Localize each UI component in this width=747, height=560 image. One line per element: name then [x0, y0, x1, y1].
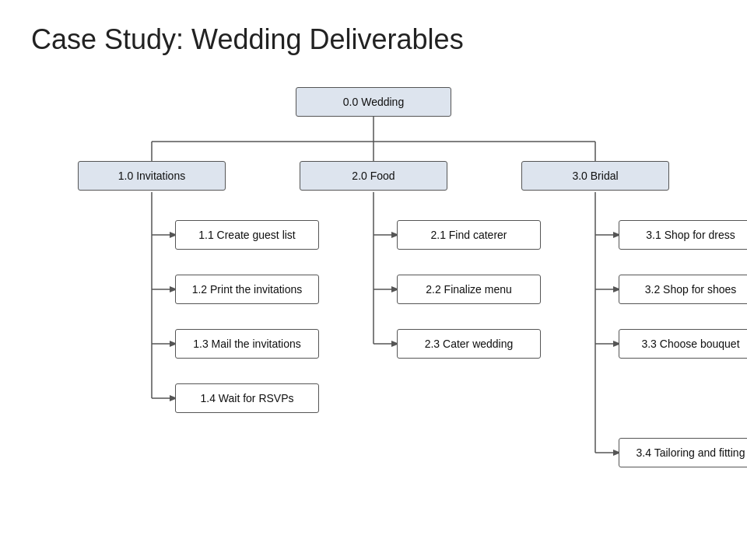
- node-root: 0.0 Wedding: [296, 87, 451, 117]
- node-11: 1.1 Create guest list: [175, 220, 319, 250]
- page: Case Study: Wedding Deliverables: [0, 0, 747, 560]
- diagram: 0.0 Wedding 1.0 Invitations 2.0 Food 3.0…: [31, 72, 716, 507]
- node-bridal: 3.0 Bridal: [521, 161, 669, 191]
- node-22: 2.2 Finalize menu: [397, 275, 541, 304]
- page-title: Case Study: Wedding Deliverables: [31, 23, 716, 56]
- connector-lines: [31, 72, 716, 507]
- node-32: 3.2 Shop for shoes: [619, 275, 747, 304]
- node-23: 2.3 Cater wedding: [397, 329, 541, 359]
- node-inv: 1.0 Invitations: [78, 161, 226, 191]
- node-31: 3.1 Shop for dress: [619, 220, 747, 250]
- node-12: 1.2 Print the invitations: [175, 275, 319, 304]
- node-21: 2.1 Find caterer: [397, 220, 541, 250]
- node-34: 3.4 Tailoring and fitting: [619, 438, 747, 467]
- node-13: 1.3 Mail the invitations: [175, 329, 319, 359]
- node-14: 1.4 Wait for RSVPs: [175, 383, 319, 413]
- node-food: 2.0 Food: [300, 161, 447, 191]
- node-33: 3.3 Choose bouquet: [619, 329, 747, 359]
